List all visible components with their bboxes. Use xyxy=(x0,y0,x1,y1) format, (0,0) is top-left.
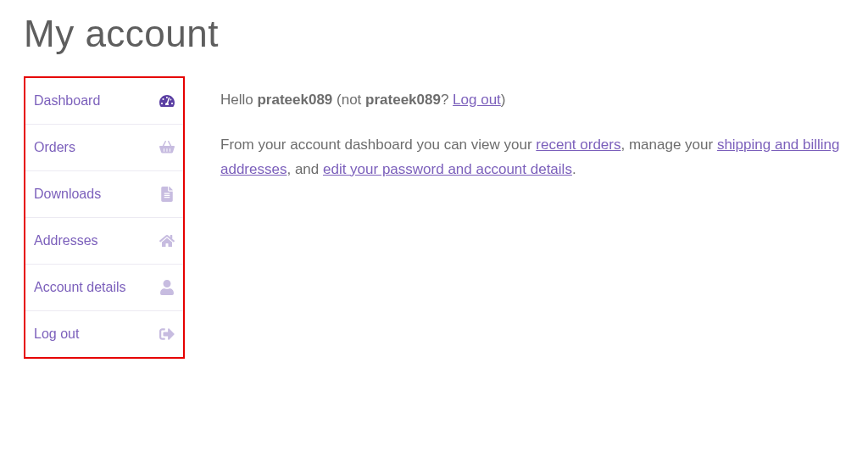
greeting-username-repeat: prateek089 xyxy=(365,92,441,108)
greeting-text: Hello prateek089 (not prateek089? Log ou… xyxy=(220,88,844,113)
page-title: My account xyxy=(24,13,868,55)
recent-orders-link[interactable]: recent orders xyxy=(536,137,620,153)
desc-part4: . xyxy=(572,161,576,177)
main-content: Hello prateek089 (not prateek089? Log ou… xyxy=(220,76,844,203)
signout-icon xyxy=(159,326,175,342)
sidebar-item-label: Orders xyxy=(34,140,75,155)
home-icon xyxy=(159,233,175,248)
desc-part3: , and xyxy=(287,161,323,177)
sidebar-item-label: Dashboard xyxy=(34,93,100,109)
desc-part2: , manage your xyxy=(620,137,716,153)
sidebar-item-account-details[interactable]: Account details xyxy=(25,265,183,311)
user-icon xyxy=(159,280,175,295)
greeting-username: prateek089 xyxy=(257,92,332,108)
sidebar-item-label: Addresses xyxy=(34,233,98,248)
basket-icon xyxy=(159,140,175,155)
sidebar-item-dashboard[interactable]: Dashboard xyxy=(25,78,183,125)
sidebar-item-label: Account details xyxy=(34,280,126,295)
sidebar-item-addresses[interactable]: Addresses xyxy=(25,218,183,265)
logout-link[interactable]: Log out xyxy=(453,92,501,108)
dashboard-icon xyxy=(159,93,175,109)
greeting-not-prefix: (not xyxy=(332,92,365,108)
greeting-close: ) xyxy=(501,92,506,108)
sidebar-item-label: Log out xyxy=(34,326,79,342)
content-wrapper: Dashboard Orders Downloads Addresses Acc xyxy=(0,76,868,359)
description-text: From your account dashboard you can view… xyxy=(220,133,844,182)
desc-part1: From your account dashboard you can view… xyxy=(220,137,536,153)
greeting-question: ? xyxy=(441,92,453,108)
account-sidebar: Dashboard Orders Downloads Addresses Acc xyxy=(24,76,185,359)
sidebar-item-orders[interactable]: Orders xyxy=(25,125,183,171)
sidebar-item-downloads[interactable]: Downloads xyxy=(25,171,183,218)
greeting-hello: Hello xyxy=(220,92,257,108)
sidebar-item-logout[interactable]: Log out xyxy=(25,311,183,357)
file-icon xyxy=(159,187,175,202)
edit-account-link[interactable]: edit your password and account details xyxy=(323,161,572,177)
sidebar-item-label: Downloads xyxy=(34,187,101,202)
